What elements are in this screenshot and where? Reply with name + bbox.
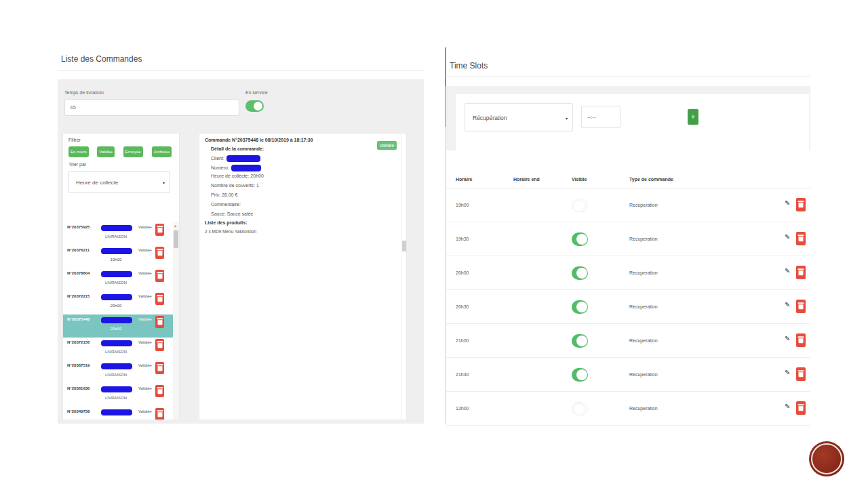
delete-order-button[interactable] [155,270,164,282]
order-number: N°20375925 [67,225,90,229]
chevron-down-icon: ▾ [163,180,165,185]
trash-icon [799,304,804,309]
edit-slot-button[interactable]: ✎ [785,199,790,207]
client-label: Client: [211,156,224,161]
slot-type-select[interactable]: Récupération ▾ [465,103,573,131]
order-list-item[interactable]: N°20349758 Validée LIVRAISON [63,407,174,420]
order-status: Validée [138,248,152,252]
trash-icon [799,372,804,377]
visible-toggle[interactable] [572,334,588,348]
slot-horaire: 19h30 [456,237,469,241]
order-list-item[interactable]: N°20378604 Validée LIVRAISON [63,268,174,291]
order-list-item[interactable]: N°20367519 Validée LIVRAISON [63,361,174,384]
order-list-item[interactable]: N°20372215 Validée 20h00 [63,291,174,314]
order-status: Validée [138,225,152,229]
visible-toggle[interactable] [572,199,588,212]
detail-scrollbar[interactable] [401,134,406,420]
visible-toggle[interactable] [572,368,588,382]
timeslot-row: 20h00 Recuperation ✎ [446,256,810,290]
order-sub: LIVRAISON [82,281,150,285]
numero-redacted [231,165,261,171]
delete-slot-button[interactable] [796,198,806,211]
order-number: N°20378604 [67,271,90,275]
client-name-redacted [226,155,260,162]
timeslot-row: 19h00 Recuperation ✎ [446,188,810,222]
slot-horaire: 12h00 [456,406,469,411]
numero-line: Numero: [211,165,261,171]
order-detail-panel: Commande N°20375448 le 08/10/2019 à 18:1… [199,133,407,420]
order-number: N°20372156 [67,340,90,344]
filter-button-envoyée[interactable]: Envoyée [123,146,143,157]
filter-button-en-cours[interactable]: En cours [68,146,89,157]
order-sub: LIVRAISON [82,350,150,354]
add-slot-button[interactable]: + [688,109,698,125]
product-lines: 2 x MD9 Menu Yakitoridon [205,229,256,237]
delivery-time-input[interactable] [64,99,239,116]
in-service-toggle[interactable] [245,100,264,112]
client-name-redacted [101,294,132,300]
order-list-item[interactable]: N°20375448 Validée 20h00 [63,314,174,338]
edit-slot-button[interactable]: ✎ [785,301,790,308]
edit-slot-button[interactable]: ✎ [785,267,790,274]
filter-button-archivée[interactable]: Archivée [152,146,172,157]
slot-horaire: 21h00 [456,338,469,343]
sort-select[interactable]: Heure de collecte ▾ [68,171,170,193]
order-status: Validée [138,409,152,413]
delete-slot-button[interactable] [796,367,806,381]
orders-scrollbar[interactable]: ▲ [173,222,179,420]
detail-line: Nombre de couverts: 1 [211,183,264,192]
edit-slot-button[interactable]: ✎ [785,369,790,376]
scrollbar-thumb[interactable] [174,230,178,248]
trash-icon [157,343,162,348]
product-line: 2 x MD9 Menu Yakitoridon [205,229,256,237]
visible-toggle[interactable] [572,232,588,246]
slot-time-input[interactable] [581,106,620,128]
delete-order-button[interactable] [155,224,164,236]
trash-icon [157,366,162,371]
order-list-item[interactable]: N°20372156 Validée LIVRAISON [63,338,174,361]
scrollbar-thumb[interactable] [402,241,406,251]
filter-button-validée[interactable]: Validée [97,146,115,157]
order-status: Validée [138,363,152,367]
visible-toggle[interactable] [572,266,588,280]
delete-slot-button[interactable] [796,401,806,415]
delete-slot-button[interactable] [796,266,806,279]
delete-order-button[interactable] [155,316,164,328]
visible-toggle[interactable] [572,300,588,314]
delete-order-button[interactable] [155,385,164,397]
order-list-item[interactable]: N°20361630 Validée LIVRAISON [63,384,174,407]
client-name-redacted [101,363,132,369]
delete-slot-button[interactable] [796,232,806,245]
delete-slot-button[interactable] [796,333,806,347]
numero-label: Numero: [211,165,229,170]
delete-order-button[interactable] [155,293,164,305]
slot-horaire: 21h30 [456,372,469,377]
timeslots-table: 19h00 Recuperation ✎ 19h30 Recuperation … [446,188,810,426]
slot-type: Recuperation [629,237,658,241]
timeslot-row: 20h30 Recuperation ✎ [446,290,810,324]
timeslots-title-divider [446,76,810,77]
order-status: Validée [138,317,152,321]
order-list-item[interactable]: N°20376211 Validée 19h00 [63,245,174,268]
edit-slot-button[interactable]: ✎ [785,335,790,342]
order-detail-header: Commande N°20375448 le 08/10/2019 à 18:1… [205,138,313,142]
delete-slot-button[interactable] [796,300,806,313]
sort-label: Trier par [68,162,86,167]
delete-order-button[interactable] [155,339,164,351]
visible-toggle[interactable] [572,402,588,415]
order-list-item[interactable]: N°20375925 Validée LIVRAISON [63,222,174,245]
order-status: Validée [138,271,152,275]
trash-icon [799,406,804,411]
edit-slot-button[interactable]: ✎ [785,233,790,241]
delete-order-button[interactable] [155,247,164,259]
detail-line: Heure de collecte: 20h00 [211,174,264,183]
delete-order-button[interactable] [155,408,164,420]
products-title: Liste des produits: [205,220,248,225]
trash-icon [157,412,162,417]
timeslot-row: 21h00 Recuperation ✎ [446,324,810,358]
pencil-icon: ✎ [785,199,790,207]
order-number: N°20376211 [67,248,90,252]
edit-slot-button[interactable]: ✎ [785,403,790,410]
column-header-visible: Visible [572,177,587,182]
delete-order-button[interactable] [155,362,164,374]
